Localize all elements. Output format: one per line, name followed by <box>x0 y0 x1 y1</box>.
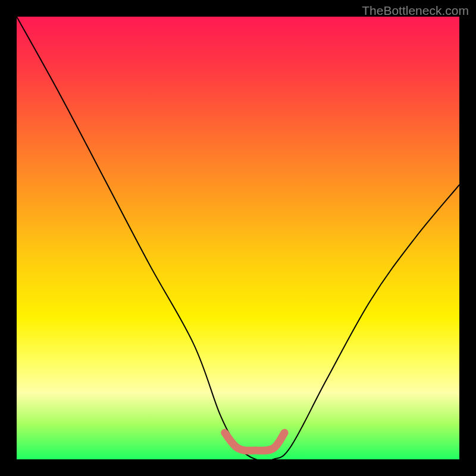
optimal-range-path <box>225 433 284 450</box>
bottleneck-curve-path <box>17 17 459 459</box>
watermark-text: TheBottleneck.com <box>362 4 469 18</box>
chart-plot-area <box>17 17 459 459</box>
chart-svg <box>17 17 459 459</box>
